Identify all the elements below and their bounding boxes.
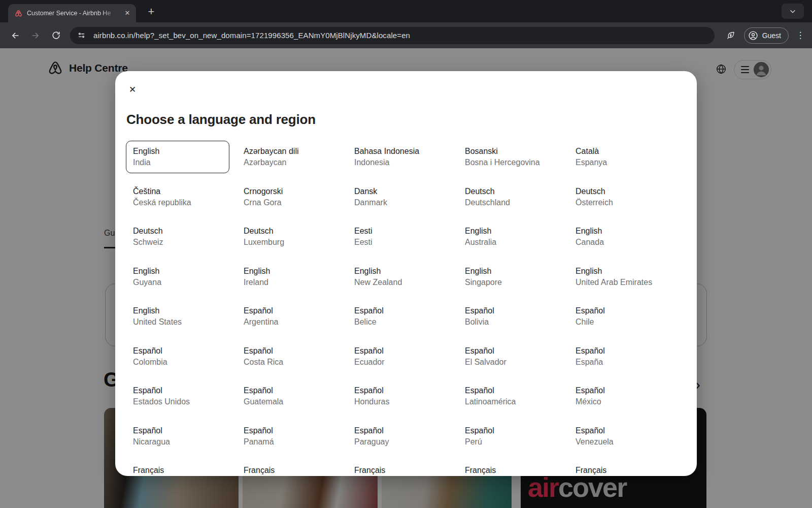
language-option[interactable]: Español Nicaragua	[126, 420, 229, 453]
language-option[interactable]: English United Arab Emirates	[568, 261, 672, 293]
help-centre-page: Help Centre Gu G ›	[0, 48, 812, 508]
language-option[interactable]: Español Latinoamérica	[458, 380, 561, 412]
back-button[interactable]	[6, 26, 24, 45]
language-name: Español	[576, 346, 665, 356]
new-tab-button[interactable]: +	[144, 5, 158, 19]
language-option[interactable]: Français	[458, 460, 561, 476]
language-option[interactable]: Español Costa Rica	[236, 340, 340, 373]
language-option[interactable]: Català Espanya	[568, 141, 672, 173]
language-option[interactable]: Español Guatemala	[236, 380, 340, 412]
language-option[interactable]: Español Belice	[347, 300, 451, 333]
language-name: Français	[354, 465, 444, 475]
language-name: Deutsch	[244, 226, 333, 236]
language-region: Guyana	[133, 277, 222, 288]
language-name: Eesti	[354, 226, 444, 236]
language-region: Singapore	[465, 277, 554, 288]
language-name: Deutsch	[133, 226, 222, 236]
language-option[interactable]: Español El Salvador	[458, 340, 561, 373]
site-settings-icon[interactable]	[75, 29, 88, 42]
language-region: Canada	[576, 237, 665, 247]
language-option[interactable]: Français	[568, 460, 672, 476]
browser-tab[interactable]: Customer Service - Airbnb He ✕	[8, 4, 136, 22]
browser-menu-button[interactable]: ⋮	[795, 30, 806, 41]
language-name: English	[244, 266, 333, 276]
language-name: Español	[133, 346, 222, 356]
language-option[interactable]: Français	[347, 460, 451, 476]
close-button[interactable]: ✕	[123, 80, 142, 99]
language-name: Français	[133, 465, 222, 475]
language-option[interactable]: Español Honduras	[347, 380, 451, 412]
language-option[interactable]: Eesti Eesti	[347, 220, 451, 253]
language-option[interactable]: Español Perú	[458, 420, 561, 453]
language-name: Čeština	[133, 186, 222, 197]
language-region: México	[576, 397, 665, 407]
language-region: Österreich	[576, 198, 665, 208]
language-option[interactable]: Français	[236, 460, 340, 476]
language-option[interactable]: English Ireland	[236, 261, 340, 293]
language-option[interactable]: Crnogorski Crna Gora	[236, 181, 340, 213]
language-option[interactable]: Español Ecuador	[347, 340, 451, 373]
address-bar[interactable]: airbnb.co.in/help?_set_bev_on_new_domain…	[70, 27, 715, 44]
language-name: English	[133, 146, 222, 156]
language-region: Indonesia	[354, 157, 444, 168]
tab-close-icon[interactable]: ✕	[123, 9, 132, 18]
arrow-left-icon	[10, 30, 20, 41]
language-name: Español	[244, 346, 333, 356]
language-option[interactable]: English India	[126, 141, 229, 173]
language-option[interactable]: English United States	[126, 300, 229, 333]
forward-button[interactable]	[26, 26, 45, 45]
performance-button[interactable]	[722, 26, 740, 45]
language-option[interactable]: Español Bolivia	[458, 300, 561, 333]
language-region: India	[133, 157, 222, 168]
language-option[interactable]: Español España	[568, 340, 672, 373]
language-option[interactable]: Español Argentina	[236, 300, 340, 333]
language-option[interactable]: Čeština Česká republika	[126, 181, 229, 213]
language-option[interactable]: Español México	[568, 380, 672, 412]
browser-profile-button[interactable]: Guest	[744, 27, 789, 44]
language-name: Deutsch	[465, 186, 554, 197]
language-option[interactable]: Dansk Danmark	[347, 181, 451, 213]
language-region: New Zealand	[354, 277, 444, 288]
language-option[interactable]: Español Paraguay	[347, 420, 451, 453]
language-option[interactable]: Bahasa Indonesia Indonesia	[347, 141, 451, 173]
language-option[interactable]: Español Chile	[568, 300, 672, 333]
language-name: Español	[354, 386, 444, 396]
language-name: English	[576, 266, 665, 276]
language-option[interactable]: English Guyana	[126, 261, 229, 293]
language-name: English	[354, 266, 444, 276]
language-option[interactable]: English New Zealand	[347, 261, 451, 293]
language-option[interactable]: Deutsch Luxemburg	[236, 220, 340, 253]
language-option[interactable]: Español Panamá	[236, 420, 340, 453]
language-option[interactable]: Azərbaycan dili Azərbaycan	[236, 141, 340, 173]
arrow-right-icon	[30, 30, 41, 41]
modal-title: Choose a language and region	[126, 112, 316, 128]
language-option[interactable]: Deutsch Schweiz	[126, 220, 229, 253]
language-name: Español	[354, 426, 444, 436]
language-option[interactable]: Español Venezuela	[568, 420, 672, 453]
language-region: Nicaragua	[133, 437, 222, 447]
language-region: Crna Gora	[244, 198, 333, 208]
language-name: English	[465, 226, 554, 236]
language-name: English	[465, 266, 554, 276]
language-name: Español	[244, 306, 333, 316]
language-name: Français	[244, 465, 333, 475]
browser-toolbar: airbnb.co.in/help?_set_bev_on_new_domain…	[0, 22, 812, 48]
language-region: Colombia	[133, 357, 222, 367]
language-name: Crnogorski	[244, 186, 333, 197]
tab-search-button[interactable]	[782, 4, 804, 19]
language-option[interactable]: Español Colombia	[126, 340, 229, 373]
language-option[interactable]: English Canada	[568, 220, 672, 253]
language-region: Estados Unidos	[133, 397, 222, 407]
language-option[interactable]: English Singapore	[458, 261, 561, 293]
language-option[interactable]: English Australia	[458, 220, 561, 253]
language-option[interactable]: Bosanski Bosna i Hercegovina	[458, 141, 561, 173]
language-option[interactable]: Deutsch Deutschland	[458, 181, 561, 213]
language-name: Español	[244, 426, 333, 436]
language-option[interactable]: Français	[126, 460, 229, 476]
language-option[interactable]: Deutsch Österreich	[568, 181, 672, 213]
language-option[interactable]: Español Estados Unidos	[126, 380, 229, 412]
language-region: Guatemala	[244, 397, 333, 407]
airbnb-favicon-icon	[14, 9, 23, 18]
language-name: Español	[465, 426, 554, 436]
reload-button[interactable]	[47, 26, 65, 45]
